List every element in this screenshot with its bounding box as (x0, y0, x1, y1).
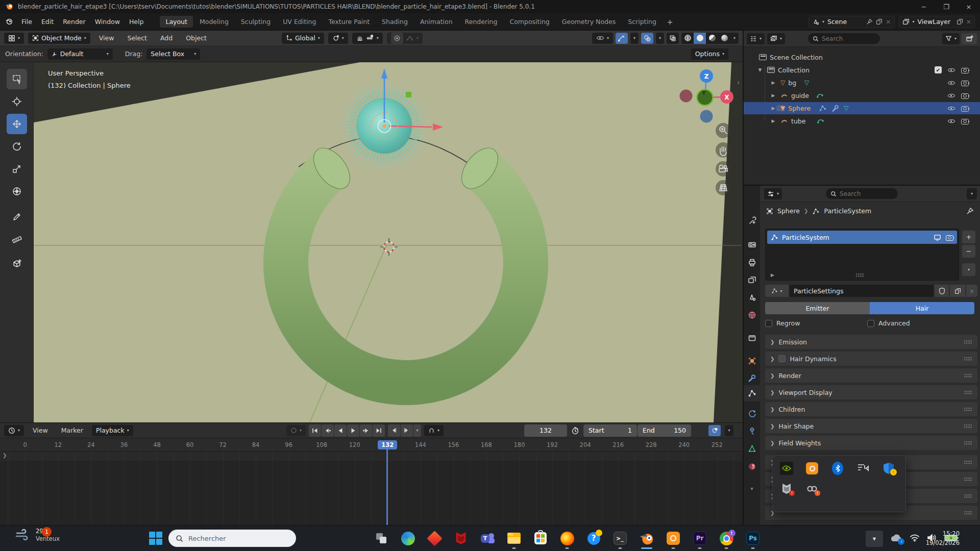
play-reverse-button[interactable] (334, 424, 347, 437)
mcafee-icon[interactable] (450, 527, 472, 549)
viewport-display-monitor-icon[interactable] (934, 234, 941, 241)
tool-measure[interactable] (7, 229, 27, 249)
mode-selector[interactable]: Object Mode ▾ (28, 33, 90, 44)
edge-icon[interactable] (397, 527, 419, 549)
show-overlays-toggle[interactable] (641, 33, 653, 44)
taskbar-clock[interactable]: 15:20 19/02/2026 (926, 529, 960, 547)
gizmo-dropdown[interactable]: ▾ (630, 33, 639, 44)
camera-view-button[interactable] (716, 161, 731, 177)
panel-viewport-display[interactable]: ❯Viewport Display (765, 385, 977, 399)
nvidia-settings-icon[interactable] (780, 462, 793, 475)
channel-expand-arrow[interactable]: ❯ (3, 453, 7, 458)
list-expand-arrow[interactable]: ▶ (771, 272, 774, 278)
type-emitter-button[interactable]: Emitter (765, 302, 870, 314)
orthographic-grid-button[interactable] (716, 180, 731, 195)
panel-render[interactable]: ❯Render (765, 368, 977, 383)
render-camera-icon[interactable] (961, 106, 969, 112)
premiere-pro-icon[interactable]: Pr (689, 527, 711, 549)
viewport-menu-view[interactable]: View (94, 34, 119, 42)
capture-tool-taskbar-icon[interactable] (662, 527, 684, 549)
remove-particle-system-button[interactable]: − (962, 245, 975, 258)
blender-taskbar-icon[interactable] (635, 527, 658, 549)
fake-user-shield-button[interactable] (935, 285, 949, 297)
properties-options-chevron[interactable]: ▾ (967, 188, 977, 199)
start-button[interactable] (149, 532, 162, 545)
panel-drag-grip[interactable] (964, 441, 972, 445)
tab-strip-overflow-chevron[interactable]: ▾ (744, 481, 760, 496)
gizmo-x-arrow[interactable] (433, 123, 443, 131)
panel-drag-grip[interactable] (964, 373, 972, 378)
firefox-icon[interactable] (556, 527, 578, 549)
outliner-row-collection[interactable]: ▼ Collection ✔ (744, 64, 980, 76)
outliner-search[interactable] (808, 33, 880, 44)
render-camera-icon[interactable] (961, 93, 969, 99)
tab-modifiers[interactable] (744, 370, 760, 386)
panel-drag-grip[interactable] (964, 390, 972, 394)
panel-drag-grip[interactable] (964, 407, 972, 411)
teams-icon[interactable]: T (476, 527, 499, 549)
options-dropdown[interactable]: Options ▾ (691, 48, 728, 60)
blender-menu-icon[interactable] (0, 17, 17, 27)
advanced-option[interactable]: Advanced (867, 319, 910, 327)
timeline-menu-marker[interactable]: Marker (57, 427, 88, 434)
regrow-option[interactable]: Regrow (765, 319, 800, 327)
menu-render[interactable]: Render (58, 18, 90, 26)
overlays-dropdown[interactable]: ▾ (656, 33, 664, 44)
outliner-row-scene-collection[interactable]: Scene Collection (744, 51, 980, 63)
tab-animation[interactable]: Animation (414, 16, 458, 28)
tool-annotate[interactable] (7, 207, 27, 227)
frame-forward-button[interactable] (401, 424, 413, 437)
sidebar-collapse-arrow[interactable]: ‹ (737, 79, 740, 86)
unlink-scene-icon[interactable]: × (886, 18, 891, 26)
mcafee-tray-icon[interactable]: ! (780, 482, 793, 495)
timeline-menu-view[interactable]: View (28, 427, 53, 434)
particle-system-item[interactable]: ParticleSystem (767, 231, 957, 244)
panel-drag-grip[interactable] (964, 477, 972, 481)
panel-drag-grip[interactable] (964, 357, 972, 361)
keying-set-controls[interactable]: ▾ (424, 425, 444, 436)
panel-hair-dynamics[interactable]: ❯ Hair Dynamics (765, 352, 977, 366)
outliner-filter-button[interactable]: ▾ (942, 33, 960, 44)
proportional-editing-controls[interactable]: ▾ (387, 33, 423, 44)
tab-render[interactable] (744, 237, 760, 252)
add-workspace-button[interactable]: + (663, 17, 677, 27)
tab-tool[interactable] (744, 213, 760, 228)
properties-search-input[interactable] (840, 190, 893, 197)
pivot-point-selector[interactable]: ▾ (328, 33, 348, 44)
red-diamond-app-icon[interactable] (423, 527, 446, 549)
settings-name-field[interactable]: ParticleSettings (790, 285, 934, 297)
bluetooth-icon[interactable] (831, 462, 844, 475)
hide-eye-icon[interactable] (947, 79, 955, 86)
orientation-setting-dropdown[interactable]: Default ▾ (47, 48, 113, 60)
shading-material-button[interactable] (706, 33, 718, 44)
panel-drag-grip[interactable] (964, 494, 972, 498)
shading-wireframe-button[interactable] (681, 33, 694, 44)
menu-help[interactable]: Help (125, 18, 149, 26)
tab-texture-paint[interactable]: Texture Paint (323, 16, 375, 28)
hide-eye-icon[interactable] (947, 92, 955, 99)
tool-select-box[interactable] (7, 69, 27, 89)
onedrive-icon[interactable]: i (890, 534, 902, 544)
hide-eye-icon[interactable] (947, 66, 955, 73)
jump-to-end-button[interactable] (373, 424, 385, 437)
tab-compositing[interactable]: Compositing (504, 16, 555, 28)
play-button[interactable] (347, 424, 359, 437)
nav-axis-x-negative[interactable] (680, 90, 693, 103)
help-app-icon[interactable]: ? (582, 527, 605, 549)
show-gizmo-toggle[interactable] (616, 33, 628, 44)
tab-rendering[interactable]: Rendering (459, 16, 503, 28)
tab-object[interactable] (744, 353, 760, 368)
viewport-3d[interactable]: Z X Y ‹ User Perspective (132) Collec (0, 62, 743, 422)
panel-drag-grip[interactable] (964, 424, 972, 428)
tab-constraints[interactable] (744, 423, 760, 439)
tab-physics[interactable] (744, 406, 760, 421)
panel-children[interactable]: ❯Children (765, 402, 977, 416)
viewport-menu-select[interactable]: Select (122, 34, 152, 42)
device-link-icon[interactable]: ! (805, 482, 819, 495)
current-frame-field[interactable]: 132 (524, 424, 567, 437)
outliner-row-guide[interactable]: ▶ guide (744, 89, 980, 102)
new-settings-copy-button[interactable] (950, 285, 965, 297)
windows-security-icon[interactable]: ! (882, 462, 895, 475)
xray-toggle[interactable] (667, 33, 679, 44)
show-object-types-selector[interactable]: ▾ (592, 33, 613, 44)
